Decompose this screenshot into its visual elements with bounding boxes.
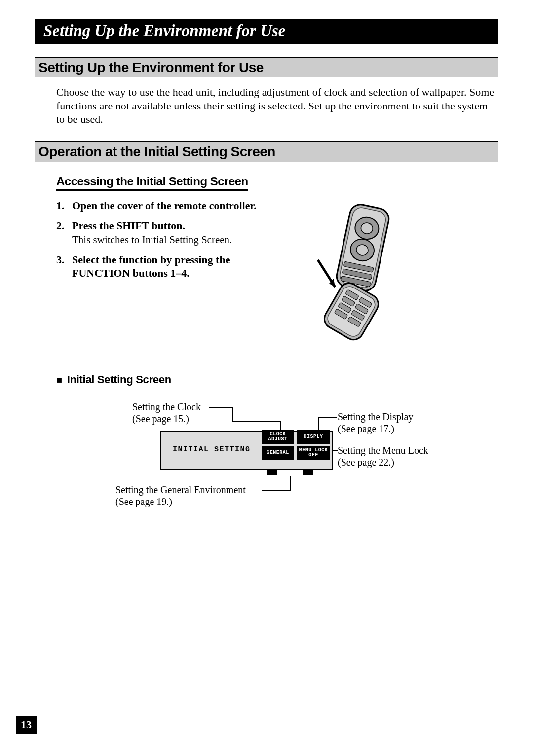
- callout-clock: Setting the Clock (See page 15.): [132, 401, 231, 425]
- subheading-accessing: Accessing the Initial Setting Screen: [56, 175, 248, 191]
- callout-ref: (See page 19.): [115, 496, 172, 507]
- lcd-button-disply: DISPLY: [297, 430, 330, 444]
- callout-ref: (See page 17.): [338, 423, 394, 434]
- lcd-tab: [267, 469, 277, 475]
- initial-setting-diagram: Setting the Clock (See page 15.) Setting…: [56, 396, 498, 544]
- lcd-button-label: DISPLY: [304, 434, 323, 439]
- lcd-button-label: MENU LOCK OFF: [299, 448, 328, 458]
- section-heading-operation: Operation at the Initial Setting Screen: [35, 141, 498, 162]
- callout-label: Setting the General Environment: [115, 484, 246, 495]
- lcd-tab: [303, 469, 313, 475]
- bullet-heading-initial-screen: Initial Setting Screen: [56, 373, 498, 386]
- page-title-bar: Setting Up the Environment for Use: [35, 19, 498, 44]
- step-note: This switches to Initial Setting Screen.: [56, 234, 264, 246]
- lcd-button-label: GENERAL: [266, 450, 289, 455]
- lcd-title-text: INITIAL SETTING: [173, 445, 251, 454]
- intro-paragraph: Choose the way to use the head unit, inc…: [35, 85, 498, 126]
- steps-list: 1. Open the cover of the remote controll…: [56, 199, 264, 349]
- section-heading-setup: Setting Up the Environment for Use: [35, 57, 498, 77]
- step-text: Select the function by pressing the FUNC…: [72, 253, 264, 280]
- step-number: 3.: [56, 253, 68, 280]
- lcd-button-menulock: MENU LOCK OFF: [297, 446, 330, 460]
- step-number: 2.: [56, 219, 68, 233]
- callout-label: Setting the Display: [338, 411, 413, 422]
- step-1: 1. Open the cover of the remote controll…: [56, 199, 264, 213]
- callout-menulock: Setting the Menu Lock (See page 22.): [338, 444, 461, 468]
- callout-display: Setting the Display (See page 17.): [338, 411, 446, 434]
- step-number: 1.: [56, 199, 68, 213]
- page-number: 13: [16, 716, 37, 734]
- callout-ref: (See page 22.): [338, 457, 394, 468]
- step-text: Open the cover of the remote controller.: [72, 199, 264, 213]
- callout-ref: (See page 15.): [132, 413, 189, 424]
- callout-label: Setting the Menu Lock: [338, 445, 428, 456]
- callout-label: Setting the Clock: [132, 401, 201, 412]
- callout-general: Setting the General Environment (See pag…: [115, 484, 273, 507]
- step-text: Press the SHIFT button.: [72, 219, 264, 233]
- remote-controller-illustration: [283, 199, 421, 349]
- lcd-button-general: GENERAL: [262, 446, 294, 460]
- lcd-button-clock-adjust: CLOCK ADJUST: [262, 430, 294, 444]
- lcd-button-label: CLOCK ADJUST: [268, 432, 287, 442]
- step-2: 2. Press the SHIFT button. This switches…: [56, 219, 264, 246]
- step-3: 3. Select the function by pressing the F…: [56, 253, 264, 280]
- lcd-panel: INITIAL SETTING CLOCK ADJUST DISPLY GENE…: [160, 431, 333, 470]
